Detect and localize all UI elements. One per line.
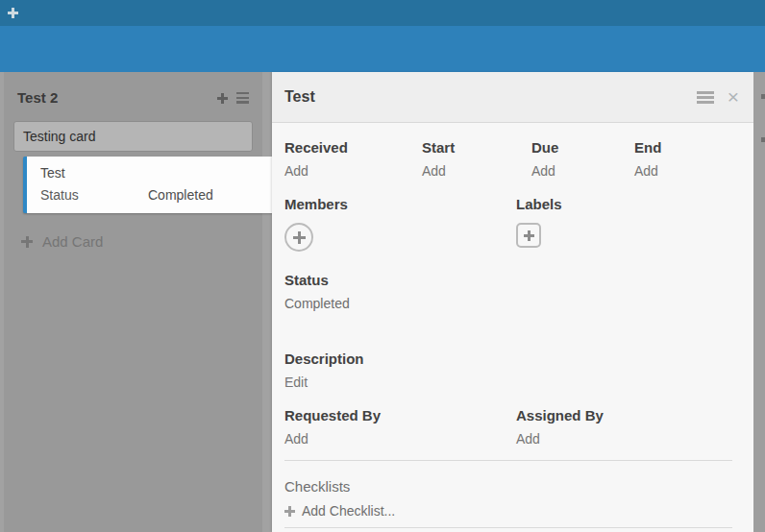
description-edit-link[interactable]: Edit	[284, 375, 732, 391]
assigned-by-section: Assigned By Add	[516, 407, 732, 447]
add-checklist-label: Add Checklist...	[302, 503, 395, 519]
close-icon[interactable]: ×	[728, 90, 739, 104]
due-add-link[interactable]: Add	[531, 163, 634, 180]
board-canvas: Test 2 Testing card Add Card Test Status…	[0, 72, 765, 532]
plus-icon	[284, 506, 295, 517]
card-details-header: Test ×	[272, 72, 753, 123]
labels-section: Labels	[516, 196, 732, 252]
minicard-field-label: Status	[40, 187, 148, 204]
status-label: Status	[284, 272, 732, 289]
received-field: Received Add	[284, 139, 422, 180]
add-member-button[interactable]	[284, 223, 313, 252]
minicard-field-value: Completed	[148, 187, 213, 204]
divider	[284, 460, 732, 461]
assigned-by-add-link[interactable]: Add	[516, 431, 732, 447]
labels-label: Labels	[516, 196, 732, 213]
members-label: Members	[284, 196, 516, 213]
card-composer-input[interactable]: Testing card	[13, 121, 253, 152]
end-add-link[interactable]: Add	[634, 163, 732, 180]
list-test-2: Test 2 Testing card Add Card	[4, 72, 262, 532]
due-field: Due Add	[531, 139, 634, 180]
due-label: Due	[531, 139, 634, 157]
requested-assigned-row: Requested By Add Assigned By Add	[284, 407, 732, 447]
requested-by-add-link[interactable]: Add	[284, 431, 516, 447]
plus-icon	[21, 236, 33, 248]
card-menu-icon[interactable]	[697, 91, 714, 104]
list-header: Test 2	[4, 72, 262, 107]
plus-icon	[524, 230, 534, 241]
card-details-header-icons: ×	[697, 90, 739, 104]
divider	[284, 527, 732, 528]
list-add-card-icon[interactable]	[217, 93, 228, 104]
board-header-bar	[0, 26, 765, 72]
composer-text: Testing card	[23, 129, 95, 144]
add-card-button[interactable]: Add Card	[21, 233, 103, 250]
requested-by-label: Requested By	[284, 407, 516, 424]
dates-row: Received Add Start Add Due Add End Add	[284, 139, 732, 180]
list-header-icons	[217, 92, 249, 104]
description-label: Description	[284, 351, 732, 368]
assigned-by-label: Assigned By	[516, 407, 732, 424]
list-menu-icon[interactable]	[236, 92, 249, 104]
status-value[interactable]: Completed	[284, 296, 732, 312]
start-label: Start	[422, 139, 531, 157]
members-section: Members	[284, 196, 516, 252]
end-field: End Add	[634, 139, 732, 180]
hidden-card-peek	[761, 137, 765, 142]
add-checklist-button[interactable]: Add Checklist...	[284, 503, 732, 519]
plus-icon	[293, 231, 306, 244]
end-label: End	[634, 139, 732, 157]
minicard-custom-field: Status Completed	[40, 187, 272, 204]
top-navbar	[0, 0, 765, 26]
hidden-list-edge	[753, 72, 765, 532]
received-label: Received	[284, 139, 422, 157]
card-details-body: Received Add Start Add Due Add End Add	[272, 123, 753, 528]
list-title[interactable]: Test 2	[17, 89, 217, 107]
start-add-link[interactable]: Add	[422, 163, 531, 180]
received-add-link[interactable]: Add	[284, 163, 422, 180]
add-label-button[interactable]	[516, 223, 541, 248]
card-details-panel: Test × Received Add Start Add	[272, 72, 753, 532]
app-window: Test 2 Testing card Add Card Test Status…	[0, 0, 765, 532]
add-card-label: Add Card	[42, 233, 103, 250]
minicard-test[interactable]: Test Status Completed	[23, 157, 272, 213]
members-labels-row: Members Labels	[284, 196, 732, 252]
hidden-list-icon-peek	[761, 94, 765, 99]
requested-by-section: Requested By Add	[284, 407, 516, 447]
card-details-title[interactable]: Test	[284, 88, 697, 106]
checklists-section: Checklists Add Checklist...	[284, 478, 732, 519]
minicard-title: Test	[40, 165, 272, 181]
status-section: Status Completed	[284, 272, 732, 312]
start-field: Start Add	[422, 139, 531, 180]
checklists-label: Checklists	[284, 478, 732, 496]
description-section: Description Edit	[284, 351, 732, 391]
add-board-icon[interactable]	[8, 8, 18, 18]
